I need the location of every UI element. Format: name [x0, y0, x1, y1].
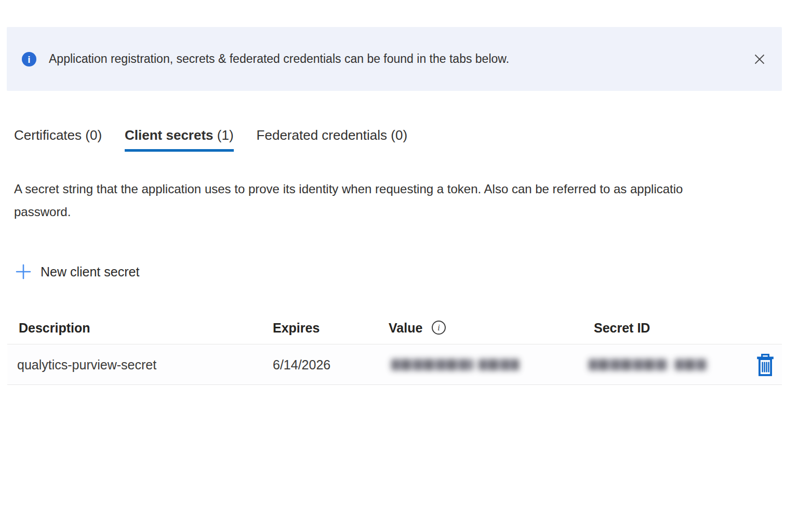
description-line-2: password. [14, 201, 683, 223]
secret-description-cell: qualytics-purview-secret [17, 345, 156, 385]
info-banner: i Application registration, secrets & fe… [7, 27, 782, 91]
secrets-table-header: Description Expires Value i Secret ID [7, 312, 782, 344]
tab-certificates[interactable]: Certificates (0) [14, 125, 102, 152]
info-icon: i [22, 52, 36, 66]
table-row: qualytics-purview-secret 6/14/2026 [7, 345, 782, 385]
secret-expires-cell: 6/14/2026 [273, 345, 330, 385]
new-client-secret-button[interactable]: New client secret [16, 262, 139, 281]
column-header-value[interactable]: Value [389, 312, 422, 344]
tab-federated-credentials[interactable]: Federated credentials (0) [257, 125, 407, 152]
column-header-expires[interactable]: Expires [273, 312, 320, 344]
column-header-description[interactable]: Description [19, 312, 90, 344]
tab-client-secrets[interactable]: Client secrets (1) [125, 125, 234, 152]
column-header-secret-id[interactable]: Secret ID [594, 312, 650, 344]
description-line-1: A secret string that the application use… [14, 178, 683, 201]
secret-id-redacted-blur [589, 359, 707, 370]
plus-icon [16, 264, 31, 280]
tab-description: A secret string that the application use… [14, 178, 683, 223]
close-icon[interactable] [752, 51, 767, 67]
tab-bar: Certificates (0) Client secrets (1) Fede… [14, 125, 430, 152]
new-client-secret-label: New client secret [41, 264, 139, 280]
trash-icon [755, 353, 775, 377]
delete-secret-button[interactable] [753, 353, 777, 378]
banner-message: Application registration, secrets & fede… [49, 27, 509, 91]
value-info-tooltip-icon[interactable]: i [432, 321, 446, 335]
secret-value-redacted-blur [391, 359, 519, 370]
